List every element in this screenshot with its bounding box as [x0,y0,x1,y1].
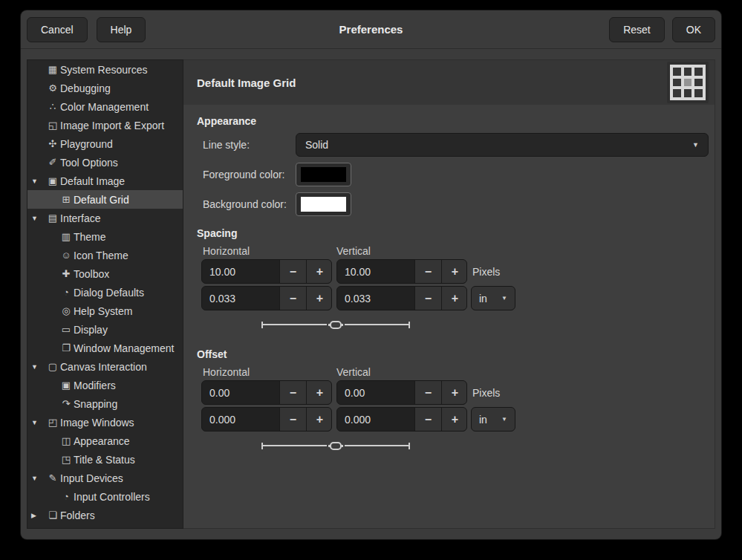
decrement-button[interactable]: − [279,287,306,310]
offset-pixels-row: − + − + Pixels [201,380,709,405]
sidebar-item-display[interactable]: ▭Display [27,320,183,339]
sidebar-item-playground[interactable]: ✣Playground [27,134,183,153]
increment-button[interactable]: + [306,408,332,431]
sidebar-item-title-status[interactable]: ◳Title & Status [27,450,183,469]
offset-vertical-pixels-input[interactable] [337,381,414,404]
sidebar-item-label: Input Controllers [74,491,150,503]
spacing-vertical-units-input[interactable] [337,287,414,310]
sidebar-item-default-grid[interactable]: ⊞Default Grid [27,190,183,209]
sidebar-item-label: Image Windows [60,417,134,429]
spacing-chain-link-toggle[interactable] [261,320,409,329]
sidebar-item-theme[interactable]: ▥Theme [27,227,183,246]
sidebar-item-label: Default Image [60,175,125,187]
sidebar-item-interface[interactable]: ▼▤Interface [27,209,183,227]
increment-button[interactable]: + [441,381,467,404]
sidebar-item-label: Interface [60,212,100,224]
increment-button[interactable]: + [441,287,467,310]
decrement-button[interactable]: − [414,381,441,404]
increment-button[interactable]: + [441,260,467,283]
sidebar-item-icon-theme[interactable]: ☺Icon Theme [27,246,183,264]
foreground-color-swatch [301,167,346,182]
sidebar-item-label: Image Import & Export [60,120,164,131]
increment-button[interactable]: + [441,408,467,431]
sidebar-item-modifiers[interactable]: ▣Modifiers [27,376,183,394]
background-color-swatch [301,197,346,212]
sidebar-item-tool-options[interactable]: ✐Tool Options [27,153,183,172]
spacing-horizontal-pixels-spinbox: − + [201,259,332,284]
snap-curve-icon: ↷ [59,398,73,409]
chain-link-icon [330,321,342,329]
decrement-button[interactable]: − [279,408,306,431]
sidebar-item-label: Tool Options [60,157,118,169]
sidebar-item-label: Help System [74,305,132,317]
expander-open-icon[interactable]: ▼ [31,363,46,371]
cancel-button[interactable]: Cancel [27,17,88,42]
sidebar-item-label: Default Grid [74,194,129,206]
sidebar-item-default-image[interactable]: ▼▣Default Image [27,172,183,190]
folders-icon: ❏ [46,509,59,521]
spacing-pixels-row: − + − + Pixels [201,259,709,284]
offset-heading: Offset [197,348,709,360]
decrement-button[interactable]: − [414,260,441,283]
sidebar-item-debugging[interactable]: ⚙Debugging [27,79,183,97]
spacing-pixels-unit-label: Pixels [472,266,500,278]
decrement-button[interactable]: − [279,381,306,404]
line-style-row: Line style: Solid ▼ [197,133,709,157]
sidebar-item-label: Playground [60,138,113,150]
decrement-button[interactable]: − [414,287,441,310]
offset-horizontal-units-input[interactable] [202,408,279,431]
spacing-unit-dropdown[interactable]: in ▼ [471,286,515,310]
offset-vertical-units-input[interactable] [337,408,414,431]
expander-open-icon[interactable]: ▼ [31,178,46,185]
foreground-color-button[interactable] [296,163,351,186]
screen: Cancel Help Preferences Reset OK ▦System… [0,0,742,560]
background-color-button[interactable] [296,192,351,216]
help-button[interactable]: Help [97,17,146,42]
reset-button[interactable]: Reset [609,17,665,42]
increment-button[interactable]: + [306,287,332,310]
expander-closed-icon[interactable]: ▶ [31,512,46,519]
ok-button[interactable]: OK [672,17,715,42]
sidebar-item-folders[interactable]: ▶❏Folders [27,506,183,524]
offset-unit-dropdown[interactable]: in ▼ [471,407,515,432]
expander-open-icon[interactable]: ▼ [31,475,46,482]
window-appearance-icon: ◫ [59,435,73,446]
chain-link-icon [330,442,342,450]
offset-horizontal-pixels-input[interactable] [202,381,279,404]
sidebar-item-window-management[interactable]: ❐Window Management [27,339,183,357]
settings-form: Appearance Line style: Solid ▼ Foregroun… [183,105,715,450]
sidebar-item-dialog-defaults[interactable]: ◔Dialog Defaults [27,283,183,302]
sidebar-item-snapping[interactable]: ↷Snapping [27,394,183,413]
sidebar-item-input-controllers[interactable]: ◔Input Controllers [27,487,183,506]
image-icon: ▣ [46,175,59,186]
increment-button[interactable]: + [306,260,332,283]
expander-open-icon[interactable]: ▼ [31,215,46,222]
sidebar-item-system-resources[interactable]: ▦System Resources [27,60,183,79]
expander-open-icon[interactable]: ▼ [31,419,46,426]
offset-chain-link-toggle[interactable] [261,441,409,450]
sidebar-item-canvas-interaction[interactable]: ▼▢Canvas Interaction [27,357,183,376]
sidebar-item-image-import-export[interactable]: ◱Image Import & Export [27,116,183,134]
spacing-units-row: − + − + in ▼ [201,286,709,310]
decrement-button[interactable]: − [279,260,306,283]
sidebar-item-color-management[interactable]: ∴Color Management [27,97,183,116]
appearance-heading: Appearance [197,115,709,127]
windows-icon: ❐ [59,342,73,354]
sidebar-item-toolbox[interactable]: ✚Toolbox [27,264,183,283]
line-style-dropdown[interactable]: Solid ▼ [296,133,709,157]
sidebar-item-label: Input Devices [60,472,123,484]
sidebar-item-help-system[interactable]: ◎Help System [27,302,183,320]
content-pane: Default Image Grid Appearance Line style… [183,59,715,529]
title-status-icon: ◳ [59,454,73,465]
offset-horizontal-pixels-spinbox: − + [201,380,332,405]
sidebar-item-image-windows[interactable]: ▼◰Image Windows [27,413,183,432]
toolbox-icon: ✚ [59,268,73,279]
spacing-vertical-pixels-input[interactable] [337,260,414,283]
decrement-button[interactable]: − [414,408,441,431]
sidebar-item-appearance[interactable]: ◫Appearance [27,432,183,450]
sidebar-item-input-devices[interactable]: ▼✎Input Devices [27,469,183,487]
spacing-horizontal-pixels-input[interactable] [202,260,279,283]
spacing-horizontal-units-input[interactable] [202,287,279,310]
increment-button[interactable]: + [306,381,332,404]
import-export-icon: ◱ [46,120,59,131]
